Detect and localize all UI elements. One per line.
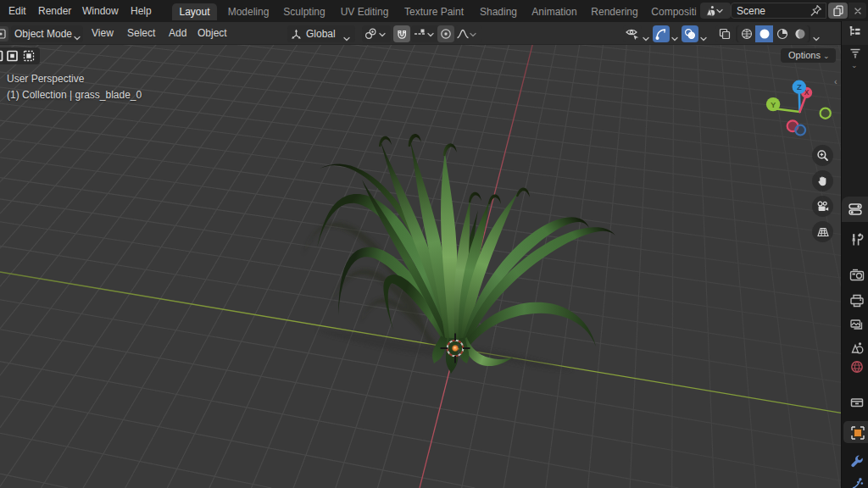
- svg-text:Z: Z: [797, 82, 802, 92]
- svg-text:Y: Y: [771, 100, 776, 109]
